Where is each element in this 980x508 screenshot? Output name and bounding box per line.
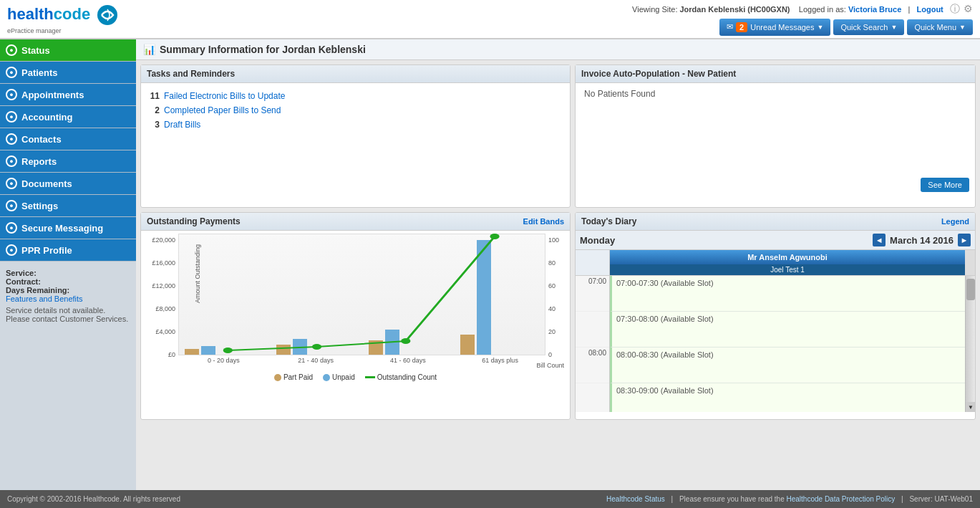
payments-title: Outstanding Payments bbox=[147, 216, 241, 226]
see-more-button[interactable]: See More bbox=[921, 178, 969, 192]
payments-panel: Outstanding Payments Edit Bands £20,000 … bbox=[140, 212, 571, 420]
task-count-1: 11 bbox=[147, 91, 160, 101]
task-link-2[interactable]: Completed Paper Bills to Send bbox=[164, 105, 281, 115]
diary-table-header: Mr Anselm Agwunobi Joel Test 1 bbox=[576, 250, 975, 276]
bar-group-3 bbox=[369, 330, 447, 355]
legend-link[interactable]: Legend bbox=[941, 217, 969, 226]
viewing-site: Jordan Keblenski (HC00GXN) bbox=[680, 5, 790, 14]
y-axis-right: 100 80 60 40 20 0 bbox=[545, 236, 566, 358]
bars-area: Amount Outstanding bbox=[178, 234, 545, 355]
bar-group-2 bbox=[276, 339, 355, 355]
logged-in-user[interactable]: Victoria Bruce bbox=[848, 5, 901, 14]
help-icon[interactable]: ⓘ bbox=[950, 3, 960, 14]
settings-help-icon[interactable]: ⚙ bbox=[964, 3, 973, 14]
sidebar-item-documents[interactable]: ● Documents bbox=[0, 173, 136, 195]
task-link-3[interactable]: Draft Bills bbox=[164, 120, 200, 130]
tasks-panel-header: Tasks and Reminders bbox=[141, 65, 570, 83]
tasks-title: Tasks and Reminders bbox=[147, 69, 235, 79]
viewing-label: Viewing Site: bbox=[632, 5, 677, 14]
bottom-panels: Outstanding Payments Edit Bands £20,000 … bbox=[140, 212, 976, 420]
ppr-nav-icon: ● bbox=[6, 244, 17, 256]
bar-unpaid-4 bbox=[477, 240, 491, 355]
footer-divider: | bbox=[671, 495, 675, 503]
diary-sub-header: Joel Test 1 bbox=[610, 264, 965, 275]
y-label-5: £0 bbox=[145, 351, 175, 358]
server-text: Server: UAT-Web01 bbox=[909, 495, 973, 503]
sidebar-item-contacts[interactable]: ● Contacts bbox=[0, 128, 136, 150]
bar-group-1 bbox=[185, 346, 263, 355]
features-benefits-link[interactable]: Features and Benefits bbox=[6, 294, 83, 303]
invoice-panel: Invoice Auto-Population - New Patient No… bbox=[575, 64, 976, 208]
patients-nav-icon: ● bbox=[6, 67, 17, 78]
bar-unpaid-2 bbox=[293, 339, 307, 355]
time-label-8: 08:00 bbox=[576, 348, 609, 383]
y-label-2: £12,000 bbox=[145, 282, 175, 289]
y-right-0: 100 bbox=[548, 236, 566, 244]
messages-button[interactable]: ✉ 2 Unread Messages ▼ bbox=[719, 19, 830, 36]
diary-slot-3[interactable]: 08:00-08:30 (Available Slot) bbox=[610, 348, 965, 383]
sidebar-item-accounting[interactable]: ● Accounting bbox=[0, 106, 136, 128]
sidebar-item-secure-messaging[interactable]: ● Secure Messaging bbox=[0, 217, 136, 239]
sidebar-item-reports[interactable]: ● Reports bbox=[0, 150, 136, 173]
quick-menu-button[interactable]: Quick Menu ▼ bbox=[907, 19, 973, 35]
viewing-info: Viewing Site: Jordan Keblenski (HC00GXN)… bbox=[632, 3, 973, 16]
x-axis-labels: 0 - 20 days 21 - 40 days 41 - 60 days 61… bbox=[178, 355, 545, 365]
documents-nav-icon: ● bbox=[6, 178, 17, 189]
time-label-830 bbox=[576, 383, 609, 412]
tasks-panel-body: 11 Failed Electronic Bills to Update 2 C… bbox=[141, 83, 570, 138]
diary-day: Monday bbox=[580, 235, 615, 246]
sidebar-item-status[interactable]: ● Status bbox=[0, 39, 136, 62]
messages-label: Unread Messages bbox=[750, 23, 814, 32]
diary-nav: Monday ◄ March 14 2016 ► bbox=[576, 231, 975, 250]
footer-links: Healthcode Status | Please ensure you ha… bbox=[606, 495, 973, 503]
sidebar-item-appointments[interactable]: ● Appointments bbox=[0, 84, 136, 106]
bar-unpaid-3 bbox=[385, 330, 399, 355]
y-right-5: 0 bbox=[548, 351, 566, 358]
y-label-4: £4,000 bbox=[145, 328, 175, 335]
diary-slot-1[interactable]: 07:00-07:30 (Available Slot) bbox=[610, 276, 965, 312]
diary-next-button[interactable]: ► bbox=[958, 234, 971, 246]
task-count-2: 2 bbox=[147, 105, 160, 115]
invoice-panel-header: Invoice Auto-Population - New Patient bbox=[576, 65, 975, 83]
header-right: Viewing Site: Jordan Keblenski (HC00GXN)… bbox=[632, 3, 973, 36]
y-right-1: 80 bbox=[548, 259, 566, 267]
y-right-2: 60 bbox=[548, 282, 566, 289]
data-protection-link[interactable]: Healthcode Data Protection Policy bbox=[787, 495, 896, 503]
diary-slot-4[interactable]: 08:30-09:00 (Available Slot) bbox=[610, 383, 965, 412]
service-details-text: Service details not available. Please co… bbox=[6, 306, 130, 323]
diary-title: Today's Diary bbox=[581, 216, 636, 226]
quick-search-arrow-icon: ▼ bbox=[891, 24, 897, 31]
scrollbar-down-arrow[interactable]: ▼ bbox=[966, 402, 975, 412]
no-patients-text: No Patients Found bbox=[581, 86, 658, 102]
diary-date: March 14 2016 bbox=[890, 235, 954, 246]
footer-divider-2: | bbox=[901, 495, 905, 503]
sidebar-item-settings[interactable]: ● Settings bbox=[0, 195, 136, 217]
tasks-panel: Tasks and Reminders 11 Failed Electronic… bbox=[140, 64, 571, 208]
task-link-1[interactable]: Failed Electronic Bills to Update bbox=[164, 91, 285, 101]
contract-label: Contract: bbox=[6, 277, 41, 286]
diary-panel: Today's Diary Legend Monday ◄ March 14 2… bbox=[575, 212, 976, 420]
payments-panel-header: Outstanding Payments Edit Bands bbox=[141, 213, 570, 231]
logout-link[interactable]: Logout bbox=[917, 5, 943, 14]
quick-search-button[interactable]: Quick Search ▼ bbox=[833, 19, 904, 35]
diary-slot-2[interactable]: 07:30-08:00 (Available Slot) bbox=[610, 312, 965, 348]
footer: Copyright © 2002-2016 Healthcode. All ri… bbox=[0, 490, 980, 508]
y-right-4: 20 bbox=[548, 328, 566, 335]
diary-scrollbar[interactable]: ▼ bbox=[965, 276, 975, 412]
bar-part-paid-1 bbox=[185, 349, 199, 355]
y-right-3: 40 bbox=[548, 305, 566, 312]
y-label-3: £8,000 bbox=[145, 305, 175, 312]
sidebar-item-patients[interactable]: ● Patients bbox=[0, 62, 136, 84]
header-buttons: ✉ 2 Unread Messages ▼ Quick Search ▼ Qui… bbox=[719, 19, 973, 36]
edit-bands-link[interactable]: Edit Bands bbox=[523, 217, 564, 226]
legend-label-unpaid: Unpaid bbox=[332, 373, 355, 381]
diary-prev-button[interactable]: ◄ bbox=[873, 234, 886, 246]
healthcode-status-link[interactable]: Healthcode Status bbox=[606, 495, 665, 503]
chart-body: Amount Outstanding bbox=[178, 234, 545, 365]
sidebar-label-secure-messaging: Secure Messaging bbox=[21, 223, 103, 234]
status-nav-icon: ● bbox=[6, 44, 17, 56]
payments-panel-body: £20,000 £16,000 £12,000 £8,000 £4,000 £0 bbox=[141, 231, 570, 384]
diary-time-header bbox=[576, 250, 610, 275]
sidebar-label-contacts: Contacts bbox=[21, 134, 62, 145]
sidebar-item-ppr-profile[interactable]: ● PPR Profile bbox=[0, 239, 136, 262]
